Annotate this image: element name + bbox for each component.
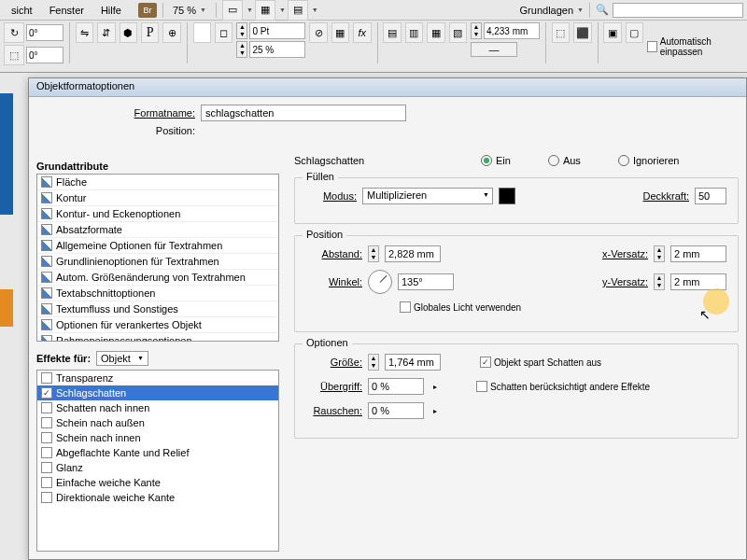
- effect-item[interactable]: Schein nach innen: [37, 430, 278, 445]
- effect-label: Schein nach außen: [56, 417, 145, 428]
- spinner[interactable]: ▲▼: [236, 41, 247, 58]
- select-container-icon[interactable]: ⬢: [120, 22, 137, 43]
- angle-input[interactable]: [398, 273, 454, 290]
- size-input[interactable]: [385, 354, 441, 371]
- text-wrap-4-icon[interactable]: ▧: [449, 22, 467, 43]
- fit-content-icon[interactable]: ▣: [603, 22, 621, 43]
- corner-1-icon[interactable]: ⬚: [552, 22, 570, 43]
- flyout-icon[interactable]: ▸: [433, 383, 437, 391]
- attr-item[interactable]: Fläche: [37, 175, 278, 190]
- screen-mode-icon[interactable]: ▭: [222, 0, 243, 21]
- distance-input[interactable]: [385, 245, 441, 262]
- fx-icon[interactable]: fx: [353, 22, 371, 43]
- arrange-icon[interactable]: ▦: [255, 0, 275, 21]
- effects-target-select[interactable]: Objekt: [96, 351, 148, 366]
- spinner[interactable]: ▲▼: [654, 245, 665, 262]
- attr-item[interactable]: Kontur- und Eckenoptionen: [37, 206, 278, 222]
- effect-item[interactable]: Abgeflachte Kante und Relief: [37, 445, 278, 460]
- flyout-icon[interactable]: ▸: [433, 407, 437, 415]
- global-light-checkbox[interactable]: Globales Licht verwenden: [400, 301, 521, 313]
- attr-item[interactable]: Kontur: [37, 190, 278, 206]
- gradient-icon[interactable]: ▦: [331, 22, 349, 43]
- checkbox-icon[interactable]: [41, 417, 52, 428]
- attrs-list[interactable]: FlächeKonturKontur- und EckenoptionenAbs…: [36, 174, 279, 342]
- spinner[interactable]: ▲▼: [368, 245, 379, 262]
- radio-ignorieren[interactable]: Ignorieren: [618, 155, 680, 166]
- opacity-input[interactable]: [695, 188, 726, 204]
- spread-input[interactable]: [368, 378, 424, 395]
- attr-item[interactable]: Rahmeneinpassungsoptionen: [37, 333, 278, 342]
- honour-effects-checkbox[interactable]: Schatten berücksichtigt andere Effekte: [476, 381, 650, 392]
- menu-window[interactable]: Fenster: [42, 3, 92, 18]
- spinner[interactable]: ▲▼: [368, 354, 379, 371]
- radio-aus[interactable]: Aus: [548, 155, 581, 166]
- stroke-style-selector[interactable]: —: [471, 42, 517, 57]
- checkbox-icon[interactable]: [41, 477, 52, 488]
- radio-ein[interactable]: Ein: [481, 155, 511, 166]
- checkbox-icon[interactable]: [41, 432, 52, 443]
- effect-item[interactable]: Schein nach außen: [37, 415, 278, 430]
- fill-swatch[interactable]: [193, 22, 211, 43]
- noise-input[interactable]: [368, 402, 424, 419]
- stroke-swatch[interactable]: ◻: [215, 22, 233, 43]
- workspace-selector[interactable]: Grundlagen: [520, 5, 574, 16]
- attr-item[interactable]: Absatzformate: [37, 222, 278, 238]
- text-wrap-2-icon[interactable]: ▥: [405, 22, 423, 43]
- effect-item[interactable]: Transparenz: [37, 371, 278, 385]
- blend-mode-select[interactable]: Multiplizieren ▼: [362, 188, 493, 204]
- rotate-icon[interactable]: ↻: [4, 22, 24, 43]
- corner-2-icon[interactable]: ⬛: [573, 22, 591, 43]
- checkbox-icon[interactable]: [41, 402, 52, 413]
- stroke-weight-input[interactable]: [249, 22, 305, 39]
- spinner[interactable]: ▲▼: [654, 273, 665, 290]
- rotate-angle-input[interactable]: [26, 24, 63, 41]
- attr-item[interactable]: Textabschnittoptionen: [37, 286, 278, 301]
- effect-item[interactable]: Schlagschatten: [37, 385, 278, 400]
- angle-dial[interactable]: [368, 270, 392, 294]
- shear-angle-input[interactable]: [26, 47, 63, 63]
- flip-h-icon[interactable]: ⇋: [76, 22, 93, 43]
- checkbox-icon[interactable]: [41, 447, 52, 458]
- checkbox-icon[interactable]: [41, 462, 52, 473]
- spinner[interactable]: ▲▼: [236, 22, 247, 39]
- effect-item[interactable]: Einfache weiche Kante: [37, 475, 278, 490]
- checkbox-icon[interactable]: [41, 372, 52, 384]
- formatname-input[interactable]: [201, 105, 406, 121]
- text-wrap-1-icon[interactable]: ▤: [383, 22, 401, 43]
- attr-item[interactable]: Autom. Größenänderung von Textrahmen: [37, 270, 278, 286]
- effect-item[interactable]: Glanz: [37, 460, 278, 475]
- menu-help[interactable]: Hilfe: [93, 3, 129, 18]
- attr-item[interactable]: Optionen für verankertes Objekt: [37, 317, 278, 333]
- apply-none-icon[interactable]: ⊘: [309, 22, 327, 43]
- offset-input[interactable]: [484, 22, 540, 39]
- knock-out-checkbox[interactable]: Objekt spart Schatten aus: [480, 357, 601, 368]
- shear-icon[interactable]: ⬚: [4, 45, 24, 65]
- tint-input[interactable]: [249, 41, 305, 58]
- spinner[interactable]: ▲▼: [471, 22, 482, 39]
- auto-fit-checkbox[interactable]: Automatisch einpassen: [647, 22, 743, 70]
- radio-icon: [481, 155, 492, 166]
- fit-frame-icon[interactable]: ▢: [626, 22, 643, 43]
- chevron-down-icon: ▼: [247, 7, 253, 13]
- effects-list[interactable]: TransparenzSchlagschattenSchatten nach i…: [36, 370, 279, 552]
- paragraph-icon[interactable]: P: [141, 22, 159, 43]
- effect-item[interactable]: Schatten nach innen: [37, 400, 278, 415]
- checkbox-icon[interactable]: [41, 492, 52, 503]
- attr-item[interactable]: Grundlinienoptionen für Textrahmen: [37, 254, 278, 270]
- text-wrap-3-icon[interactable]: ▦: [427, 22, 444, 43]
- attr-item[interactable]: Textumfluss und Sonstiges: [37, 301, 278, 317]
- search-input[interactable]: [613, 3, 743, 18]
- flip-v-icon[interactable]: ⇵: [97, 22, 115, 43]
- zoom-selector[interactable]: 75 % ▼: [169, 5, 210, 16]
- menu-view[interactable]: sicht: [4, 3, 40, 18]
- shadow-color-swatch[interactable]: [499, 188, 515, 204]
- x-offset-input[interactable]: [670, 245, 726, 262]
- dialog-title: Objektformatoptionen: [29, 78, 746, 97]
- effect-item[interactable]: Direktionale weiche Kante: [37, 490, 278, 505]
- y-offset-input[interactable]: [670, 273, 726, 290]
- checkbox-icon[interactable]: [41, 387, 52, 399]
- content-grabber-icon[interactable]: ⊕: [162, 22, 180, 43]
- view-icon[interactable]: ▤: [288, 0, 308, 21]
- attr-item[interactable]: Allgemeine Optionen für Textrahmen: [37, 238, 278, 254]
- bridge-icon[interactable]: Br: [138, 3, 157, 18]
